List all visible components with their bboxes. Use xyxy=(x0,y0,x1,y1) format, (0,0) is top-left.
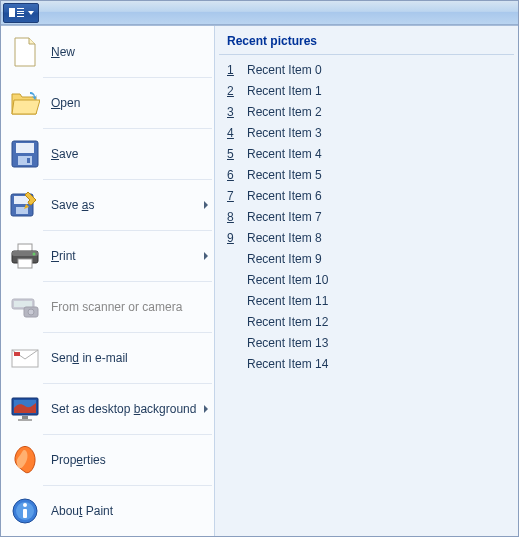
recent-item[interactable]: Recent Item 9 xyxy=(219,248,514,269)
submenu-arrow-icon xyxy=(204,252,208,260)
recent-item-label: Recent Item 2 xyxy=(247,105,322,119)
recent-item-number: 5 xyxy=(227,147,247,161)
recent-item-label: Recent Item 1 xyxy=(247,84,322,98)
email-icon xyxy=(9,342,41,374)
menu-label: Open xyxy=(51,96,208,110)
menu-item-save[interactable]: Save xyxy=(1,130,214,178)
recent-list: 1Recent Item 02Recent Item 13Recent Item… xyxy=(219,59,514,374)
recent-item[interactable]: 8Recent Item 7 xyxy=(219,206,514,227)
svg-rect-19 xyxy=(22,416,28,419)
svg-point-24 xyxy=(23,503,27,507)
recent-item-label: Recent Item 3 xyxy=(247,126,322,140)
recent-item[interactable]: 3Recent Item 2 xyxy=(219,101,514,122)
doc-icon xyxy=(9,8,15,17)
submenu-arrow-icon xyxy=(204,405,208,413)
menu-label: From scanner or camera xyxy=(51,300,208,314)
recent-item-number: 9 xyxy=(227,231,247,245)
recent-item[interactable]: Recent Item 11 xyxy=(219,290,514,311)
recent-item-label: Recent Item 11 xyxy=(247,294,328,308)
recent-item-label: Recent Item 10 xyxy=(247,273,328,287)
recent-item-number: 4 xyxy=(227,126,247,140)
menu-item-about[interactable]: About Paint xyxy=(1,487,214,535)
menu-item-print[interactable]: Print xyxy=(1,232,214,280)
recent-item-number: 3 xyxy=(227,105,247,119)
recent-item-label: Recent Item 0 xyxy=(247,63,322,77)
recent-item-number: 7 xyxy=(227,189,247,203)
recent-item-number: 1 xyxy=(227,63,247,77)
svg-rect-17 xyxy=(14,352,20,356)
desktop-icon xyxy=(9,393,41,425)
recent-item[interactable]: 9Recent Item 8 xyxy=(219,227,514,248)
separator xyxy=(43,332,212,333)
recent-item[interactable]: 6Recent Item 5 xyxy=(219,164,514,185)
menu-label: Print xyxy=(51,249,204,263)
svg-point-11 xyxy=(33,253,36,256)
menu-label: Send in e-mail xyxy=(51,351,208,365)
file-menu-dropdown: New Open Save Save as xyxy=(1,25,518,536)
recent-item[interactable]: 7Recent Item 6 xyxy=(219,185,514,206)
submenu-arrow-icon xyxy=(204,201,208,209)
title-bar xyxy=(1,1,518,25)
svg-rect-23 xyxy=(23,509,27,518)
recent-item[interactable]: 2Recent Item 1 xyxy=(219,80,514,101)
separator xyxy=(43,434,212,435)
separator xyxy=(43,230,212,231)
recent-item[interactable]: Recent Item 13 xyxy=(219,332,514,353)
save-as-icon xyxy=(9,189,41,221)
menu-item-wallpaper[interactable]: Set as desktop background xyxy=(1,385,214,433)
menu-item-open[interactable]: Open xyxy=(1,79,214,127)
recent-item-number: 8 xyxy=(227,210,247,224)
menu-item-email[interactable]: Send in e-mail xyxy=(1,334,214,382)
recent-item[interactable]: Recent Item 14 xyxy=(219,353,514,374)
recent-item[interactable]: Recent Item 12 xyxy=(219,311,514,332)
info-icon xyxy=(9,495,41,527)
app-menu-button[interactable] xyxy=(3,3,39,23)
recent-pictures-title: Recent pictures xyxy=(219,34,514,55)
separator xyxy=(43,128,212,129)
recent-item-label: Recent Item 4 xyxy=(247,147,322,161)
svg-point-15 xyxy=(28,309,34,315)
recent-item[interactable]: 5Recent Item 4 xyxy=(219,143,514,164)
separator xyxy=(43,77,212,78)
new-file-icon xyxy=(9,36,41,68)
recent-item-number: 2 xyxy=(227,84,247,98)
recent-item-label: Recent Item 13 xyxy=(247,336,328,350)
properties-icon xyxy=(9,444,41,476)
menu-item-scanner: From scanner or camera xyxy=(1,283,214,331)
save-icon xyxy=(9,138,41,170)
recent-item-label: Recent Item 9 xyxy=(247,252,322,266)
menu-item-save-as[interactable]: Save as xyxy=(1,181,214,229)
print-icon xyxy=(9,240,41,272)
menu-label: New xyxy=(51,45,208,59)
svg-rect-13 xyxy=(14,301,32,307)
separator xyxy=(43,281,212,282)
recent-item-label: Recent Item 5 xyxy=(247,168,322,182)
recent-item-label: Recent Item 7 xyxy=(247,210,322,224)
recent-item-label: Recent Item 14 xyxy=(247,357,328,371)
menu-left-pane: New Open Save Save as xyxy=(1,26,215,536)
menu-label: About Paint xyxy=(51,504,208,518)
recent-item-label: Recent Item 8 xyxy=(247,231,322,245)
menu-item-new[interactable]: New xyxy=(1,28,214,76)
menu-lines-icon xyxy=(17,8,24,17)
recent-item[interactable]: Recent Item 10 xyxy=(219,269,514,290)
scanner-icon xyxy=(9,291,41,323)
recent-item[interactable]: 4Recent Item 3 xyxy=(219,122,514,143)
menu-label: Save as xyxy=(51,198,204,212)
recent-item-number: 6 xyxy=(227,168,247,182)
recent-item[interactable]: 1Recent Item 0 xyxy=(219,59,514,80)
svg-rect-10 xyxy=(18,259,32,268)
menu-label: Set as desktop background xyxy=(51,402,204,416)
menu-label: Properties xyxy=(51,453,208,467)
open-folder-icon xyxy=(9,87,41,119)
recent-item-label: Recent Item 6 xyxy=(247,189,322,203)
svg-rect-3 xyxy=(27,158,30,163)
recent-pane: Recent pictures 1Recent Item 02Recent It… xyxy=(215,26,518,536)
menu-item-properties[interactable]: Properties xyxy=(1,436,214,484)
separator xyxy=(43,179,212,180)
dropdown-arrow-icon xyxy=(28,11,34,15)
separator xyxy=(43,383,212,384)
recent-item-label: Recent Item 12 xyxy=(247,315,328,329)
separator xyxy=(43,485,212,486)
svg-rect-20 xyxy=(18,419,32,421)
